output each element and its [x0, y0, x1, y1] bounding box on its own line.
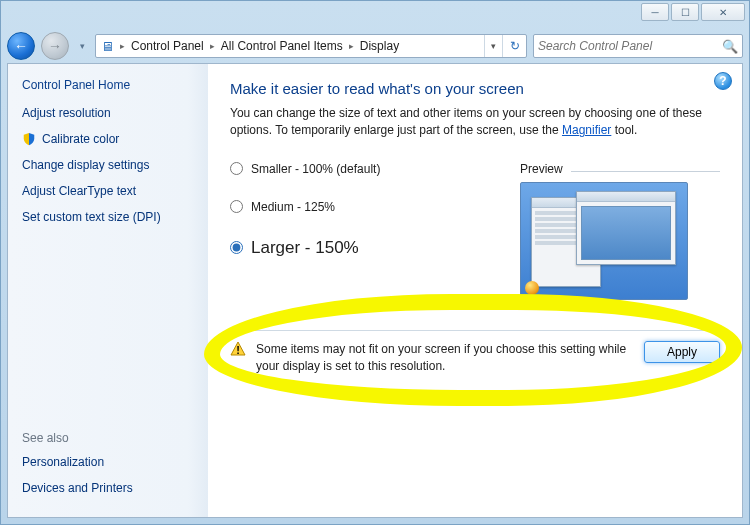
display-icon: 🖥	[96, 39, 118, 54]
option-medium[interactable]: Medium - 125%	[230, 200, 520, 214]
warning-text: Some items may not fit on your screen if…	[256, 341, 634, 375]
sidebar-adjust-cleartype[interactable]: Adjust ClearType text	[22, 184, 194, 198]
page-description: You can change the size of text and othe…	[230, 105, 720, 140]
sidebar-item-label: Calibrate color	[42, 132, 119, 146]
breadcrumb[interactable]: 🖥 ▸ Control Panel ▸ All Control Panel It…	[95, 34, 527, 58]
breadcrumb-separator: ▸	[118, 41, 127, 51]
main-panel: Make it easier to read what's on your sc…	[208, 64, 742, 517]
forward-button[interactable]: →	[41, 32, 69, 60]
arrow-right-icon: →	[48, 38, 62, 54]
warning-icon: !	[230, 341, 246, 357]
arrow-left-icon: ←	[14, 38, 28, 54]
search-box[interactable]: 🔍	[533, 34, 743, 58]
content-body: ? Control Panel Home Adjust resolution C…	[7, 63, 743, 518]
minimize-button[interactable]: ─	[641, 3, 669, 21]
breadcrumb-separator: ▸	[347, 41, 356, 51]
shield-icon	[22, 132, 36, 146]
navigation-bar: ← → ▾ 🖥 ▸ Control Panel ▸ All Control Pa…	[1, 29, 749, 63]
divider	[571, 171, 720, 172]
svg-text:!: !	[236, 344, 240, 356]
see-also-label: See also	[22, 431, 194, 445]
size-options: Smaller - 100% (default) Medium - 125% L…	[230, 162, 720, 300]
maximize-button[interactable]: ☐	[671, 3, 699, 21]
sidebar-calibrate-color[interactable]: Calibrate color	[22, 132, 194, 146]
option-label: Larger - 150%	[251, 238, 359, 258]
magnifier-link[interactable]: Magnifier	[562, 123, 611, 137]
sidebar: Control Panel Home Adjust resolution Cal…	[8, 64, 208, 517]
search-input[interactable]	[538, 39, 722, 53]
preview-thumbnail	[520, 182, 688, 300]
history-dropdown[interactable]: ▾	[75, 36, 89, 56]
breadcrumb-display[interactable]: Display	[356, 39, 403, 53]
refresh-button[interactable]: ↻	[502, 35, 526, 57]
control-panel-home-link[interactable]: Control Panel Home	[22, 78, 194, 92]
sidebar-personalization[interactable]: Personalization	[22, 455, 194, 469]
sidebar-change-display-settings[interactable]: Change display settings	[22, 158, 194, 172]
close-button[interactable]: ✕	[701, 3, 745, 21]
start-orb-icon	[525, 281, 539, 295]
breadcrumb-separator: ▸	[208, 41, 217, 51]
back-button[interactable]: ←	[7, 32, 35, 60]
warning-section: ! Some items may not fit on your screen …	[230, 330, 720, 375]
breadcrumb-control-panel[interactable]: Control Panel	[127, 39, 208, 53]
sidebar-custom-text-size[interactable]: Set custom text size (DPI)	[22, 210, 194, 224]
preview-label: Preview	[520, 162, 563, 176]
radio-smaller[interactable]	[230, 162, 243, 175]
breadcrumb-dropdown[interactable]: ▾	[484, 35, 502, 57]
breadcrumb-all-items[interactable]: All Control Panel Items	[217, 39, 347, 53]
radio-medium[interactable]	[230, 200, 243, 213]
sidebar-devices-printers[interactable]: Devices and Printers	[22, 481, 194, 495]
title-bar: ─ ☐ ✕	[1, 1, 749, 29]
window-frame: ─ ☐ ✕ ← → ▾ 🖥 ▸ Control Panel ▸ All Cont…	[0, 0, 750, 525]
apply-button[interactable]: Apply	[644, 341, 720, 363]
preview-window-icon	[576, 191, 676, 265]
radio-larger[interactable]	[230, 241, 243, 254]
option-larger[interactable]: Larger - 150%	[230, 238, 520, 258]
option-label: Medium - 125%	[251, 200, 335, 214]
option-label: Smaller - 100% (default)	[251, 162, 380, 176]
divider	[230, 330, 720, 331]
search-icon: 🔍	[722, 39, 738, 54]
page-title: Make it easier to read what's on your sc…	[230, 80, 720, 97]
sidebar-adjust-resolution[interactable]: Adjust resolution	[22, 106, 194, 120]
option-smaller[interactable]: Smaller - 100% (default)	[230, 162, 520, 176]
